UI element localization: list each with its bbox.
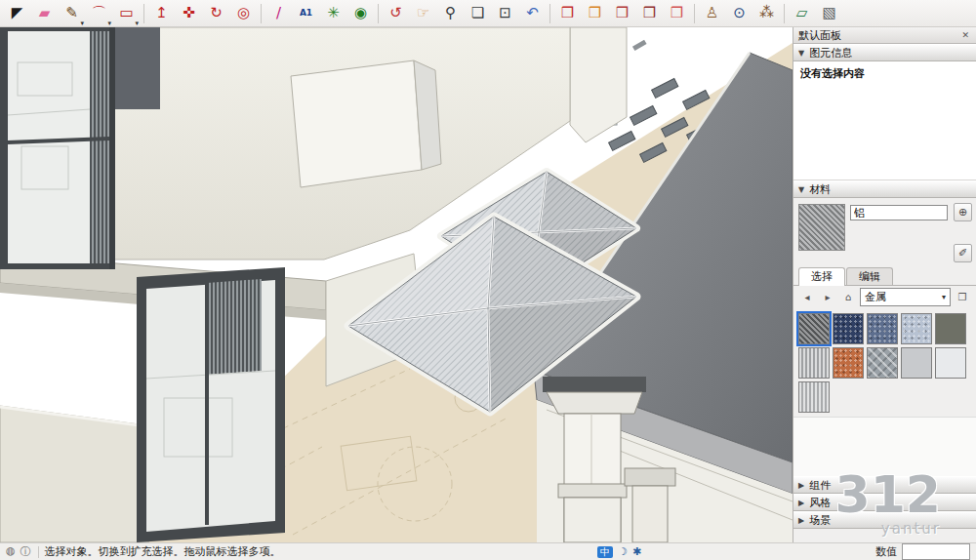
material-swatch-diamond-plate[interactable] — [867, 347, 898, 379]
dropdown-arrow-icon[interactable]: ▾ — [135, 20, 139, 27]
tape-measure-tool[interactable]: ∕ — [265, 1, 292, 26]
shapes-tool[interactable]: ▭▾ — [113, 1, 140, 26]
view-back-icon: ❒ — [671, 6, 683, 20]
tray-title: 默认面板 — [798, 28, 959, 43]
material-name-input[interactable] — [850, 205, 948, 220]
material-swatch-brushed-aluminum[interactable] — [798, 381, 830, 413]
material-swatch-gunmetal[interactable] — [935, 313, 966, 344]
window-louvers[interactable] — [207, 279, 262, 375]
look-around-tool[interactable]: ⊙ — [726, 1, 752, 26]
toolbar: ◤▰✎▾⌒▾▭▾↥✜↻◎∕A1✳◉↺☞⚲❏⊡↶❒❒❒❒❒♙⊙⁂▱▧ — [0, 0, 976, 27]
section-entity-info[interactable]: ▼ 图元信息 — [793, 44, 976, 61]
ime-toolbar[interactable]: 中 ☽ ✱ — [597, 545, 641, 558]
orbit-tool[interactable]: ↺ — [383, 1, 409, 26]
axes-tool[interactable]: ✳ — [320, 1, 346, 26]
materials-list-empty-area — [793, 417, 976, 476]
paint-bucket-tool[interactable]: ◉ — [347, 1, 374, 26]
view-front-tool[interactable]: ❒ — [609, 1, 635, 26]
xray-tool[interactable]: ▧ — [816, 1, 842, 26]
toolbar-separator — [378, 4, 379, 23]
home-button[interactable]: ⌂ — [839, 289, 857, 306]
orbit-icon: ↺ — [389, 6, 402, 20]
material-swatch-blue-anodized-light[interactable] — [901, 313, 932, 344]
material-swatch-copper[interactable] — [833, 347, 864, 379]
credits-icon[interactable]: ⓘ — [20, 544, 31, 559]
forward-button[interactable]: ▸ — [819, 289, 836, 306]
zoom-window-icon: ❏ — [471, 6, 484, 20]
material-swatch-smooth-aluminum[interactable] — [901, 347, 932, 379]
material-preview-thumbnail[interactable] — [798, 204, 845, 251]
view-front-icon: ❒ — [616, 6, 629, 20]
pan-tool[interactable]: ☞ — [410, 1, 436, 26]
walk-icon: ⁂ — [759, 6, 774, 20]
dropdown-arrow-icon[interactable]: ▾ — [107, 20, 111, 27]
view-iso-icon: ❒ — [561, 6, 574, 20]
section-materials[interactable]: ▼ 材料 — [793, 180, 976, 198]
chevron-right-icon: ▶ — [798, 481, 804, 490]
zoom-extents-tool[interactable]: ⊡ — [492, 1, 518, 26]
line-tool[interactable]: ✎▾ — [59, 1, 85, 26]
view-right-tool[interactable]: ❒ — [636, 1, 663, 26]
tray-bottom-filler — [793, 529, 976, 542]
xray-icon: ▧ — [822, 6, 835, 20]
zoom-window-tool[interactable]: ❏ — [465, 1, 491, 26]
toolbar-separator — [261, 4, 262, 23]
measurements-input[interactable] — [902, 543, 970, 560]
panel-section-scenes[interactable]: ▶场景 — [793, 511, 976, 529]
material-swatch-knurled-aluminum[interactable] — [798, 313, 830, 344]
chevron-down-icon: ▾ — [942, 293, 946, 301]
ime-language-indicator[interactable]: 中 — [597, 546, 613, 558]
select-tool[interactable]: ◤ — [4, 1, 30, 26]
axes-icon: ✳ — [327, 6, 340, 20]
previous-view-tool[interactable]: ↶ — [519, 1, 546, 26]
rotate-tool[interactable]: ↻ — [203, 1, 229, 26]
view-back-tool[interactable]: ❒ — [664, 1, 690, 26]
secondary-pane-button[interactable]: ❐ — [954, 289, 971, 306]
position-camera-tool[interactable]: ♙ — [699, 1, 725, 26]
material-swatch-polished-white[interactable] — [935, 347, 966, 379]
offset-tool[interactable]: ◎ — [230, 1, 257, 26]
material-category-dropdown[interactable]: 金属 ▾ — [860, 288, 951, 306]
text-tool[interactable]: A1 — [293, 1, 319, 26]
close-icon[interactable]: ✕ — [959, 30, 971, 40]
window-louvers[interactable] — [90, 31, 109, 263]
offset-icon: ◎ — [237, 6, 250, 20]
window-upper[interactable] — [0, 27, 115, 269]
section-label: 风格 — [809, 496, 831, 510]
material-swatch-brushed-steel[interactable] — [798, 347, 830, 379]
eraser-tool[interactable]: ▰ — [31, 1, 58, 26]
arc-tool[interactable]: ⌒▾ — [86, 1, 112, 26]
chevron-right-icon: ▶ — [798, 499, 804, 507]
material-swatch-blue-anodized-dark[interactable] — [833, 313, 864, 344]
view-iso-tool[interactable]: ❒ — [554, 1, 581, 26]
selected-category: 金属 — [865, 290, 938, 304]
shapes-icon: ▭ — [119, 6, 133, 20]
viewport-3d[interactable] — [0, 27, 793, 542]
entity-info-content: 没有选择内容 — [793, 61, 976, 180]
panel-section-components[interactable]: ▶组件 — [793, 476, 976, 494]
section-plane-tool[interactable]: ▱ — [789, 1, 815, 26]
dropdown-arrow-icon[interactable]: ▾ — [80, 20, 84, 27]
ime-settings-icon[interactable]: ✱ — [632, 545, 641, 558]
push-pull-tool[interactable]: ↥ — [148, 1, 175, 26]
tab-select[interactable]: 选择 — [798, 267, 845, 286]
zoom-tool[interactable]: ⚲ — [437, 1, 464, 26]
move-tool[interactable]: ✜ — [176, 1, 202, 26]
3d-model-canvas[interactable] — [0, 27, 793, 542]
view-top-tool[interactable]: ❒ — [582, 1, 608, 26]
view-top-icon: ❒ — [589, 6, 601, 20]
panel-section-styles[interactable]: ▶风格 — [793, 494, 976, 511]
geolocation-icon[interactable]: ◍ — [6, 544, 16, 559]
back-button[interactable]: ◂ — [798, 289, 816, 306]
tab-edit[interactable]: 编辑 — [846, 267, 893, 285]
measurements-box: 数值 — [875, 543, 970, 560]
tray-title-bar[interactable]: 默认面板 ✕ — [793, 27, 976, 44]
sample-paint-button[interactable]: ✐ — [954, 244, 972, 262]
material-swatch-blue-anodized[interactable] — [867, 313, 898, 344]
collapsed-panel-sections: ▶组件▶风格▶场景 — [793, 476, 976, 529]
create-material-button[interactable]: ⊕ — [954, 203, 972, 221]
walk-tool[interactable]: ⁂ — [753, 1, 780, 26]
ime-moon-icon[interactable]: ☽ — [618, 545, 628, 558]
section-plane-icon: ▱ — [796, 6, 808, 20]
window-lower[interactable] — [137, 267, 285, 542]
